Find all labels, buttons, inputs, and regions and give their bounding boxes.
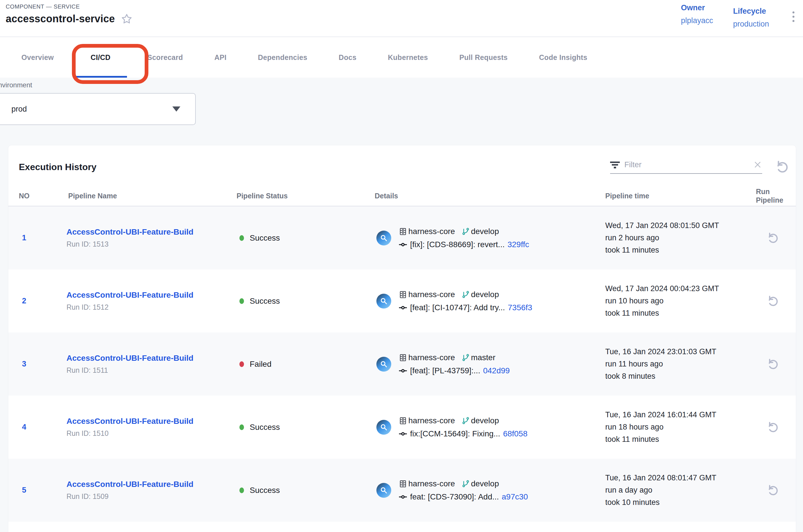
run-id: Run ID: 1513 <box>66 240 230 248</box>
pipeline-time: Tue, 16 Jan 2024 23:01:03 GMT run 11 hou… <box>598 347 747 381</box>
commit-sha-link[interactable]: 7356f3 <box>508 303 533 312</box>
table-row: 1 AccessControl-UBI-Feature-Build Run ID… <box>8 206 796 269</box>
chevron-down-icon <box>172 107 180 112</box>
repository-icon <box>399 353 407 362</box>
commit-sha-link[interactable]: 329ffc <box>508 240 529 249</box>
time-took: took 11 minutes <box>605 435 747 444</box>
pipeline-name-link[interactable]: AccessControl-UBI-Feature-Build <box>66 290 230 300</box>
repo-name: harness-core <box>408 227 455 236</box>
git-commit-icon <box>399 493 407 501</box>
pipeline-time: Wed, 17 Jan 2024 08:01:50 GMT run 2 hour… <box>598 221 747 254</box>
repo-name: harness-core <box>408 353 455 362</box>
tab-overview[interactable]: Overview <box>6 37 70 78</box>
refresh-icon[interactable] <box>774 160 788 174</box>
status-dot <box>240 235 244 241</box>
tab-api[interactable]: API <box>198 37 242 78</box>
time-gmt: Tue, 16 Jan 2024 08:01:47 GMT <box>605 474 747 482</box>
tab-bar: Overview CI/CD Scorecard API Dependencie… <box>0 37 803 78</box>
col-header-details: Details <box>367 191 598 200</box>
tab-pull-requests[interactable]: Pull Requests <box>444 37 523 78</box>
run-pipeline-icon[interactable] <box>766 232 778 244</box>
table-header-row: NO Pipeline Name Pipeline Status Details… <box>8 186 796 206</box>
branch-name: develop <box>471 416 499 425</box>
git-branch-icon <box>462 290 470 299</box>
favorite-star-icon[interactable] <box>121 13 132 24</box>
tab-cicd[interactable]: CI/CD <box>70 37 132 78</box>
ci-module-icon <box>376 483 391 498</box>
col-header-pipeline-status: Pipeline Status <box>230 191 367 200</box>
commit-message: feat: [CDS-73090]: Add... <box>410 492 499 501</box>
git-commit-icon <box>399 366 407 375</box>
git-commit-icon <box>399 303 407 312</box>
more-options-kebab-icon[interactable] <box>792 12 795 22</box>
time-run-ago: run 2 hours ago <box>605 233 747 242</box>
time-took: took 11 minutes <box>605 309 747 318</box>
status-dot <box>240 488 244 493</box>
row-number: 5 <box>8 486 58 495</box>
run-id: Run ID: 1512 <box>66 303 230 311</box>
time-run-ago: run a day ago <box>605 486 747 495</box>
status-dot <box>240 298 244 304</box>
run-pipeline-icon[interactable] <box>766 295 778 307</box>
filter-input[interactable] <box>624 160 753 169</box>
commit-sha-link[interactable]: 042d99 <box>483 366 510 375</box>
lifecycle-value: production <box>733 20 769 28</box>
lifecycle-block: Lifecycle production <box>733 7 769 37</box>
status-text: Success <box>250 297 280 306</box>
row-number: 3 <box>8 360 58 368</box>
commit-sha-link[interactable]: 68f058 <box>503 429 528 438</box>
execution-history-title: Execution History <box>19 162 96 172</box>
branch-name: develop <box>471 290 499 299</box>
time-took: took 10 minutes <box>605 498 747 507</box>
row-number: 2 <box>8 297 58 305</box>
pipeline-time: Wed, 17 Jan 2024 00:04:23 GMT run 10 hou… <box>598 284 747 318</box>
pipeline-name-link[interactable]: AccessControl-UBI-Feature-Build <box>66 354 230 363</box>
lifecycle-label: Lifecycle <box>733 7 769 15</box>
page-title: accesscontrol-service <box>6 13 115 25</box>
tab-docs[interactable]: Docs <box>323 37 372 78</box>
owner-label: Owner <box>681 4 713 12</box>
time-run-ago: run 10 hours ago <box>605 297 747 305</box>
clear-filter-icon[interactable] <box>753 160 762 169</box>
commit-message: [fix]: [CDS-88669]: revert... <box>410 240 504 249</box>
environment-select[interactable]: prod <box>0 93 196 125</box>
tab-kubernetes[interactable]: Kubernetes <box>372 37 444 78</box>
git-branch-icon <box>462 417 470 425</box>
branch-name: develop <box>471 227 499 236</box>
git-branch-icon <box>462 354 470 362</box>
filter-icon <box>610 160 620 169</box>
status-text: Success <box>250 423 280 432</box>
repo-name: harness-core <box>408 416 455 425</box>
ci-module-icon <box>376 357 391 372</box>
pipeline-name-link[interactable]: AccessControl-UBI-Feature-Build <box>66 480 230 489</box>
filter-field <box>610 160 762 174</box>
time-gmt: Tue, 16 Jan 2024 16:01:44 GMT <box>605 411 747 419</box>
table-row: 4 AccessControl-UBI-Feature-Build Run ID… <box>8 396 796 459</box>
git-commit-icon <box>399 240 407 249</box>
col-header-pipeline-time: Pipeline time <box>598 191 747 200</box>
tab-dependencies[interactable]: Dependencies <box>242 37 323 78</box>
ci-module-icon <box>376 231 391 245</box>
owner-value-link[interactable]: plplayacc <box>681 17 713 24</box>
table-row: 3 AccessControl-UBI-Feature-Build Run ID… <box>8 332 796 396</box>
commit-sha-link[interactable]: a97c30 <box>502 492 528 501</box>
status-text: Success <box>250 486 280 495</box>
time-took: took 8 minutes <box>605 372 747 381</box>
tab-code-insights[interactable]: Code Insights <box>523 37 603 78</box>
pipeline-name-link[interactable]: AccessControl-UBI-Feature-Build <box>66 417 230 426</box>
repository-icon <box>399 479 407 488</box>
run-pipeline-icon[interactable] <box>766 421 778 433</box>
run-pipeline-icon[interactable] <box>766 484 778 496</box>
pipeline-time: Tue, 16 Jan 2024 08:01:47 GMT run a day … <box>598 474 747 507</box>
pipeline-name-link[interactable]: AccessControl-UBI-Feature-Build <box>66 227 230 236</box>
time-run-ago: run 11 hours ago <box>605 360 747 368</box>
pipeline-time: Tue, 16 Jan 2024 16:01:44 GMT run 18 hou… <box>598 411 747 444</box>
status-dot <box>240 361 244 367</box>
run-id: Run ID: 1509 <box>66 492 230 500</box>
tab-scorecard[interactable]: Scorecard <box>132 37 198 78</box>
commit-message: fix:[CCM-15649]: Fixing... <box>410 429 500 438</box>
status-dot <box>240 424 244 430</box>
run-pipeline-icon[interactable] <box>766 358 778 370</box>
row-number: 1 <box>8 233 58 242</box>
status-text: Failed <box>250 360 271 369</box>
